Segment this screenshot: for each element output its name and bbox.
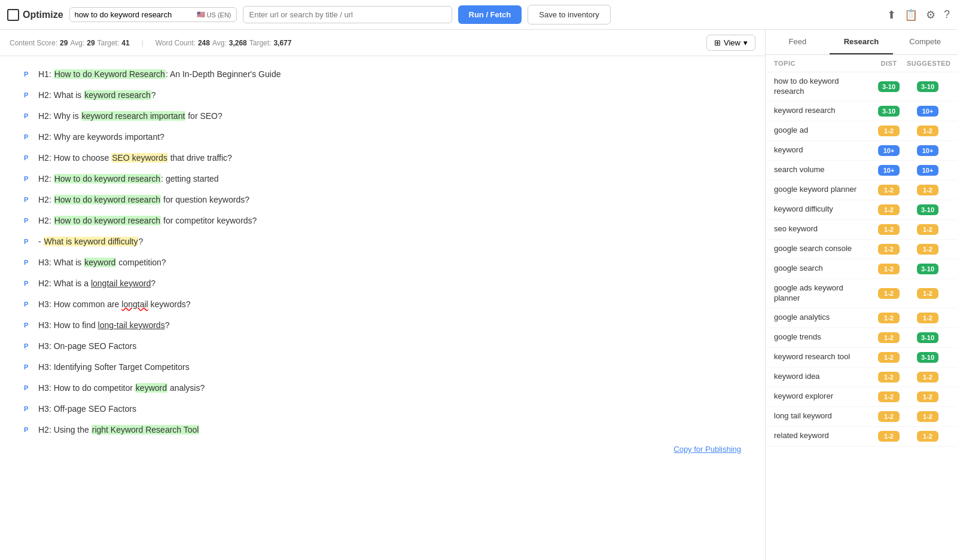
highlight-green: keyword research xyxy=(84,90,151,100)
dist-cell: 1-2 xyxy=(871,313,907,323)
topic-rows-container: how to do keyword research 3-10 3-10 key… xyxy=(766,72,957,446)
topic-row[interactable]: related keyword 1-2 1-2 xyxy=(766,427,957,446)
run-fetch-button[interactable]: Run / Fetch xyxy=(458,5,522,24)
highlight-green: keyword research important xyxy=(81,111,186,121)
topic-row[interactable]: how to do keyword research 3-10 3-10 xyxy=(766,72,957,102)
doc-line-text: H3: How common are longtail keywords? xyxy=(38,298,190,311)
suggested-badge: 1-2 xyxy=(917,288,938,299)
topic-row[interactable]: search volume 10+ 10+ xyxy=(766,161,957,180)
dist-cell: 1-2 xyxy=(871,372,907,382)
dist-cell: 3-10 xyxy=(871,106,907,117)
right-panel: Feed Research Compete TOPIC DIST SUGGEST… xyxy=(766,30,957,560)
p-marker: P xyxy=(24,69,32,79)
suggested-cell: 3-10 xyxy=(907,204,949,215)
tab-compete[interactable]: Compete xyxy=(893,30,957,54)
topic-table: TOPIC DIST SUGGESTED how to do keyword r… xyxy=(766,55,957,560)
tab-research[interactable]: Research xyxy=(830,30,894,54)
topic-name: search volume xyxy=(774,165,871,175)
topic-row[interactable]: long tail keyword 1-2 1-2 xyxy=(766,407,957,427)
topic-row[interactable]: keyword difficulty 1-2 3-10 xyxy=(766,200,957,220)
p-marker: P xyxy=(24,320,32,331)
topic-row[interactable]: google keyword planner 1-2 1-2 xyxy=(766,180,957,200)
suggested-cell: 1-2 xyxy=(907,313,949,323)
topic-row[interactable]: keyword research 3-10 10+ xyxy=(766,102,957,121)
p-marker: P xyxy=(24,216,32,226)
dist-badge: 1-2 xyxy=(878,411,900,422)
topic-row[interactable]: google search console 1-2 1-2 xyxy=(766,240,957,259)
underline-red-text: longtail xyxy=(121,299,148,309)
topic-row[interactable]: seo keyword 1-2 1-2 xyxy=(766,220,957,240)
suggested-badge: 1-2 xyxy=(917,431,938,442)
suggested-cell: 3-10 xyxy=(907,352,949,363)
settings-icon[interactable]: ⚙ xyxy=(926,8,935,22)
dist-cell: 1-2 xyxy=(871,288,907,299)
doc-line-text: H3: What is keyword competition? xyxy=(38,256,166,269)
suggested-badge: 1-2 xyxy=(917,411,938,422)
dist-badge: 1-2 xyxy=(878,244,900,255)
doc-line: P H3: Off-page SEO Factors xyxy=(24,403,741,415)
topic-name: keyword explorer xyxy=(774,391,871,402)
help-icon[interactable]: ? xyxy=(944,8,950,21)
p-marker: P xyxy=(24,111,32,121)
upload-icon[interactable]: ⬆ xyxy=(887,8,896,22)
doc-line: P H2: What is keyword research? xyxy=(24,89,741,102)
dist-badge: 1-2 xyxy=(878,224,900,235)
doc-line-text: H3: Identifying Softer Target Competitor… xyxy=(38,361,190,374)
dist-cell: 1-2 xyxy=(871,411,907,422)
suggested-badge: 1-2 xyxy=(917,244,938,255)
topic-name: google ad xyxy=(774,126,871,136)
document-content[interactable]: P H1: How to do Keyword Research: An In-… xyxy=(0,56,765,560)
keyword-search-input[interactable] xyxy=(75,10,194,19)
topic-row[interactable]: keyword idea 1-2 1-2 xyxy=(766,368,957,387)
chevron-down-icon: ▾ xyxy=(743,38,748,47)
document-icon[interactable]: 📋 xyxy=(904,8,918,22)
dist-badge: 1-2 xyxy=(878,391,900,402)
topic-row[interactable]: google ad 1-2 1-2 xyxy=(766,121,957,141)
doc-line-text: H2: How to do keyword research for quest… xyxy=(38,194,249,206)
p-marker: P xyxy=(24,362,32,372)
dist-cell: 1-2 xyxy=(871,185,907,195)
p-marker: P xyxy=(24,341,32,351)
dist-badge: 3-10 xyxy=(878,106,900,117)
app-logo: Optimize xyxy=(7,9,63,21)
topic-table-header: TOPIC DIST SUGGESTED xyxy=(766,55,957,72)
doc-line: P H2: What is a longtail keyword? xyxy=(24,277,741,290)
suggested-badge: 3-10 xyxy=(917,332,938,343)
doc-line-text: - What is keyword difficulty? xyxy=(38,235,143,248)
stats-bar: Content Score: 29 Avg: 29 Target: 41 | W… xyxy=(0,30,765,56)
suggested-cell: 10+ xyxy=(907,106,949,117)
doc-line-text: H2: Why is keyword research important fo… xyxy=(38,110,223,123)
topic-row[interactable]: keyword 10+ 10+ xyxy=(766,141,957,161)
doc-line-text: H2: How to choose SEO keywords that driv… xyxy=(38,152,232,164)
dist-badge: 1-2 xyxy=(878,352,900,363)
doc-line: P H2: How to do keyword research: gettin… xyxy=(24,173,741,185)
topic-row[interactable]: keyword research tool 1-2 3-10 xyxy=(766,348,957,368)
suggested-cell: 10+ xyxy=(907,145,949,156)
doc-line-text: H3: How to find long-tail keywords? xyxy=(38,319,169,332)
doc-line: P H2: How to choose SEO keywords that dr… xyxy=(24,152,741,164)
topic-row[interactable]: google analytics 1-2 1-2 xyxy=(766,308,957,328)
highlight-green: How to do keyword research xyxy=(54,174,161,183)
highlight-yellow: SEO keywords xyxy=(111,153,168,163)
dist-cell: 1-2 xyxy=(871,126,907,136)
url-search-input[interactable] xyxy=(243,6,452,23)
topic-name: google keyword planner xyxy=(774,185,871,195)
tab-feed[interactable]: Feed xyxy=(766,30,830,54)
suggested-cell: 10+ xyxy=(907,165,949,176)
save-inventory-button[interactable]: Save to inventory xyxy=(528,5,610,25)
doc-line: P H3: How common are longtail keywords? xyxy=(24,298,741,311)
topic-row[interactable]: google trends 1-2 3-10 xyxy=(766,328,957,348)
view-button[interactable]: ⊞ View ▾ xyxy=(706,35,755,51)
doc-line-text: H3: How to do competitor keyword analysi… xyxy=(38,382,205,394)
copy-for-publishing-link[interactable]: Copy for Publishing xyxy=(24,445,741,454)
topic-row[interactable]: google ads keyword planner 1-2 1-2 xyxy=(766,279,957,308)
doc-line: P H2: How to do keyword research for com… xyxy=(24,215,741,227)
topic-row[interactable]: keyword explorer 1-2 1-2 xyxy=(766,387,957,407)
topic-row[interactable]: google search 1-2 3-10 xyxy=(766,259,957,279)
topic-name: related keyword xyxy=(774,431,871,441)
suggested-cell: 1-2 xyxy=(907,391,949,402)
doc-line: P H1: How to do Keyword Research: An In-… xyxy=(24,68,741,81)
suggested-cell: 1-2 xyxy=(907,224,949,235)
topic-name: long tail keyword xyxy=(774,411,871,421)
dist-col-header: DIST xyxy=(871,60,907,67)
